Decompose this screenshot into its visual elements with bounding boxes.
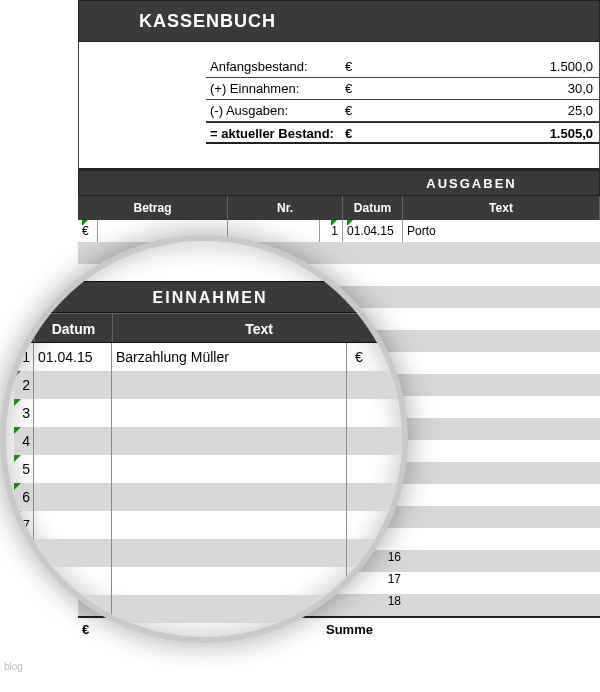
bg-num-18: 18 <box>355 594 405 608</box>
watermark-text: blog <box>4 661 23 672</box>
ausgaben-header: AUSGABEN <box>344 171 599 195</box>
bg-row1-nr: 1 <box>331 224 338 238</box>
lens-r1-date: 01.04.15 <box>34 343 112 371</box>
lens-row-7: 7 <box>14 511 406 539</box>
summary-label-0: Anfangsbestand: <box>206 56 341 78</box>
bg-row1-date: 01.04.15 <box>347 224 394 238</box>
lens-r1-text: Barzahlung Müller <box>112 343 347 371</box>
summary-label-1: (+) Einnahmen: <box>206 78 341 100</box>
column-head-row: Betrag Nr. Datum Text <box>78 196 600 220</box>
col-text: Text <box>403 196 600 220</box>
lens-r8-n: 8 <box>22 545 30 561</box>
lens-r4-n: 4 <box>22 433 30 449</box>
summary-val-3: 1.505,0 <box>411 122 599 144</box>
bg-row1-text: Porto <box>403 220 600 242</box>
magnifier-lens: EINNAHMEN Datum Text 1 01.04.15 Barzahlu… <box>0 235 408 643</box>
sheet-title: KASSENBUCH <box>79 7 599 35</box>
col-betrag: Betrag <box>78 196 228 220</box>
summary-val-1: 30,0 <box>411 78 599 100</box>
summary-val-2: 25,0 <box>411 100 599 122</box>
summary-val-0: 1.500,0 <box>411 56 599 78</box>
summary-cur-0: € <box>341 56 411 78</box>
ausgaben-header-row: AUSGABEN <box>78 170 600 196</box>
lens-r5-n: 5 <box>22 461 30 477</box>
summary-cur-3: € <box>341 122 411 144</box>
lens-col-datum: Datum <box>35 314 113 342</box>
summary-block: Anfangsbestand: € 1.500,0 (+) Einnahmen:… <box>78 42 600 144</box>
summary-label-2: (-) Ausgaben: <box>206 100 341 122</box>
lens-row-8: 8 <box>14 539 406 567</box>
lens-col-text: Text <box>113 314 405 342</box>
bg-row-1: € 1 01.04.15 Porto <box>78 220 600 242</box>
lens-r7-n: 7 <box>22 517 30 533</box>
summary-cur-1: € <box>341 78 411 100</box>
title-bar: KASSENBUCH <box>78 0 600 42</box>
lens-row-4: 4 <box>14 427 406 455</box>
summary-label-3: = aktueller Bestand: <box>206 122 341 144</box>
lens-row-3: 3 <box>14 399 406 427</box>
lens-r1-n: 1 <box>22 349 30 365</box>
lens-col-head: Datum Text <box>14 313 406 343</box>
col-nr: Nr. <box>228 196 343 220</box>
summary-cur-2: € <box>341 100 411 122</box>
lens-r6-n: 6 <box>22 489 30 505</box>
bg-num-17: 17 <box>355 572 405 586</box>
lens-row-1: 1 01.04.15 Barzahlung Müller € <box>14 343 406 371</box>
lens-r2-n: 2 <box>22 377 30 393</box>
col-datum: Datum <box>343 196 403 220</box>
lens-row-2: 2 <box>14 371 406 399</box>
bg-sum-cur: € <box>78 618 100 640</box>
lens-row-5: 5 <box>14 455 406 483</box>
bg-row1-cur: € <box>82 224 89 238</box>
lens-row-6: 6 <box>14 483 406 511</box>
lens-r3-n: 3 <box>22 405 30 421</box>
